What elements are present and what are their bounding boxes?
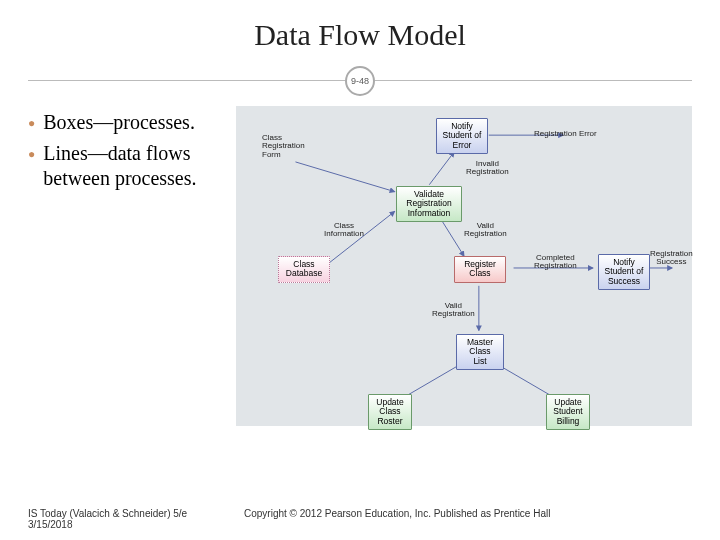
footer: IS Today (Valacich & Schneider) 5/e 3/15… [28, 508, 692, 530]
box-notify-success: NotifyStudent ofSuccess [598, 254, 650, 290]
box-update-billing: UpdateStudentBilling [546, 394, 590, 430]
label-class-form: ClassRegistrationForm [262, 134, 305, 159]
svg-line-4 [439, 216, 464, 256]
page-title: Data Flow Model [28, 18, 692, 52]
label-completed-reg: CompletedRegistration [534, 254, 577, 271]
label-invalid-reg: InvalidRegistration [466, 160, 509, 177]
box-register: RegisterClass [454, 256, 506, 283]
data-flow-diagram: NotifyStudent ofError ValidateRegistrati… [236, 106, 692, 426]
divider: 9-48 [28, 60, 692, 100]
label-valid-reg: ValidRegistration [464, 222, 507, 239]
footer-date: 3/15/2018 [28, 519, 228, 530]
box-master-list: MasterClassList [456, 334, 504, 370]
svg-line-2 [295, 162, 394, 192]
svg-line-1 [429, 152, 454, 185]
footer-book: IS Today (Valacich & Schneider) 5/e [28, 508, 228, 519]
box-validate: ValidateRegistrationInformation [396, 186, 462, 222]
label-reg-success: RegistrationSuccess [650, 250, 693, 267]
box-class-db: ClassDatabase [278, 256, 330, 283]
slide-number-badge: 9-48 [345, 66, 375, 96]
footer-copyright: Copyright © 2012 Pearson Education, Inc.… [244, 508, 550, 530]
box-notify-error: NotifyStudent ofError [436, 118, 488, 154]
label-reg-error: Registration Error [534, 130, 597, 138]
label-class-info: ClassInformation [324, 222, 364, 239]
label-valid-reg-2: ValidRegistration [432, 302, 475, 319]
bullet-item: Lines—data flows between processes. [43, 141, 228, 191]
box-update-roster: UpdateClassRoster [368, 394, 412, 430]
bullet-list: Boxes—processes. Lines—data flows betwee… [28, 106, 228, 426]
bullet-item: Boxes—processes. [43, 110, 195, 135]
